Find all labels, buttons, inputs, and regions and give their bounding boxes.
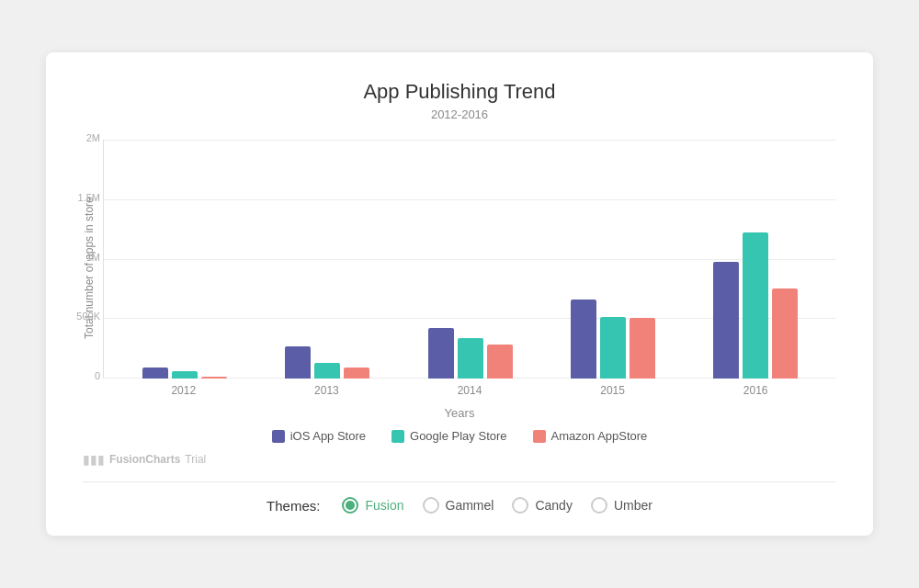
theme-option-gammel[interactable]: Gammel xyxy=(423,497,494,514)
fusioncharts-icon: ▮▮▮ xyxy=(83,452,105,467)
x-label-2015: 2015 xyxy=(541,384,685,397)
x-label-2016: 2016 xyxy=(684,384,827,397)
legend-item-amazon: Amazon AppStore xyxy=(533,429,648,443)
bar-group-2012 xyxy=(113,140,255,379)
grid-label-15m: 1.5M xyxy=(63,192,100,203)
chart-card: App Publishing Trend 2012-2016 Total num… xyxy=(46,52,873,536)
y-axis-label: Total number of apps in store xyxy=(83,140,96,397)
themes-section: Themes: Fusion Gammel Candy Umber xyxy=(83,481,836,514)
bar-group-2015 xyxy=(541,140,684,379)
bar-google-2013 xyxy=(314,363,340,379)
radio-umber[interactable] xyxy=(591,497,607,514)
legend-label-ios: iOS App Store xyxy=(290,429,366,443)
bar-google-2015 xyxy=(600,317,626,379)
chart-title: App Publishing Trend xyxy=(83,80,836,104)
chart-subtitle: 2012-2016 xyxy=(83,107,836,121)
grid-label-2m: 2M xyxy=(63,132,100,143)
grid-label-1m: 1M xyxy=(63,252,100,263)
radio-gammel[interactable] xyxy=(423,497,439,514)
x-label-2012: 2012 xyxy=(112,384,255,397)
x-axis-title: Years xyxy=(83,406,836,420)
legend-label-google: Google Play Store xyxy=(410,429,507,443)
bar-amazon-2012 xyxy=(201,377,227,379)
chart-inner: 2M 1.5M 1M 500K 0 20122013201420152016 xyxy=(103,140,836,397)
watermark: ▮▮▮ FusionCharts Trial xyxy=(83,452,836,467)
x-label-2013: 2013 xyxy=(255,384,399,397)
bar-group-2016 xyxy=(685,140,827,379)
bar-ios-2014 xyxy=(428,328,454,379)
grid-label-0: 0 xyxy=(63,370,100,381)
legend-item-google: Google Play Store xyxy=(391,429,507,443)
theme-label-candy: Candy xyxy=(535,498,572,513)
radio-inner-fusion xyxy=(346,501,355,510)
watermark-brand: FusionCharts xyxy=(109,453,180,466)
theme-label-gammel: Gammel xyxy=(446,498,494,513)
theme-option-fusion[interactable]: Fusion xyxy=(342,497,403,514)
x-label-2014: 2014 xyxy=(398,384,541,397)
themes-label: Themes: xyxy=(267,498,320,514)
bar-ios-2013 xyxy=(285,346,311,379)
x-axis: 20122013201420152016 xyxy=(103,379,836,397)
bar-amazon-2013 xyxy=(344,368,369,379)
legend: iOS App Store Google Play Store Amazon A… xyxy=(83,429,836,443)
bar-group-2014 xyxy=(399,140,541,379)
radio-candy[interactable] xyxy=(512,497,528,514)
bar-google-2012 xyxy=(172,371,198,379)
theme-label-fusion: Fusion xyxy=(365,498,403,513)
legend-dot-amazon xyxy=(533,430,546,443)
chart-area: Total number of apps in store 2M 1.5M 1M… xyxy=(83,140,836,397)
bar-google-2016 xyxy=(743,232,768,379)
radio-fusion[interactable] xyxy=(342,497,358,514)
bar-amazon-2015 xyxy=(630,318,655,379)
legend-dot-google xyxy=(391,430,404,443)
theme-label-umber: Umber xyxy=(614,498,652,513)
legend-dot-ios xyxy=(272,430,285,443)
watermark-trial: Trial xyxy=(185,453,206,466)
bar-amazon-2014 xyxy=(487,345,513,379)
grid-label-500k: 500K xyxy=(63,311,100,322)
bar-ios-2012 xyxy=(142,368,168,379)
bar-ios-2015 xyxy=(571,300,596,379)
theme-options: Fusion Gammel Candy Umber xyxy=(342,497,652,514)
bar-group-2013 xyxy=(255,140,398,379)
bar-amazon-2016 xyxy=(772,288,798,379)
theme-option-candy[interactable]: Candy xyxy=(512,497,572,514)
bar-google-2014 xyxy=(458,338,483,379)
legend-item-ios: iOS App Store xyxy=(272,429,366,443)
bar-ios-2016 xyxy=(713,262,739,379)
grid-and-bars: 2M 1.5M 1M 500K 0 xyxy=(103,140,836,379)
legend-label-amazon: Amazon AppStore xyxy=(551,429,648,443)
theme-option-umber[interactable]: Umber xyxy=(591,497,652,514)
bars-container xyxy=(104,140,836,379)
